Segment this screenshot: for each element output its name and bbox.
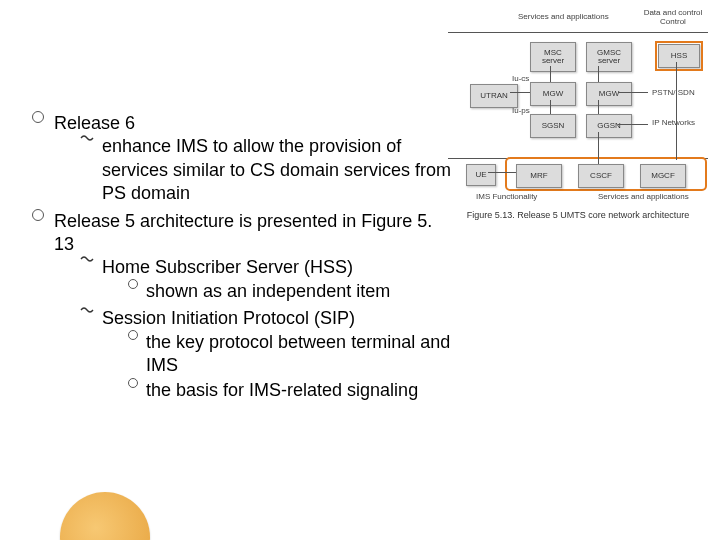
list-item: enhance IMS to allow the provision of se… — [80, 135, 452, 205]
wave-bullet-icon — [80, 133, 94, 141]
text: the basis for IMS-related signaling — [146, 380, 418, 400]
figure-box-mrf: MRF — [516, 164, 562, 188]
text: Session Initiation Protocol (SIP) — [102, 308, 355, 328]
small-circle-bullet-icon — [128, 330, 138, 340]
list-item: the basis for IMS-related signaling — [128, 379, 452, 402]
figure-box-msc: MSC server — [530, 42, 576, 72]
list-item: the key protocol between terminal and IM… — [128, 331, 452, 378]
small-circle-bullet-icon — [128, 378, 138, 388]
figure-label: PSTN/ISDN — [652, 88, 695, 97]
figure-box-mgw: MGW — [530, 82, 576, 106]
figure-box-hss: HSS — [658, 44, 700, 68]
text: the key protocol between terminal and IM… — [146, 332, 450, 375]
figure-box-gmsc: GMSC server — [586, 42, 632, 72]
circle-bullet-icon — [32, 111, 44, 123]
decorative-circle-icon — [60, 492, 150, 540]
figure-box-cscf: CSCF — [578, 164, 624, 188]
figure-box-mgw: MGW — [586, 82, 632, 106]
figure-box-mgcf: MGCF — [640, 164, 686, 188]
figure-caption: Figure 5.13. Release 5 UMTS core network… — [448, 210, 708, 220]
text: shown as an independent item — [146, 281, 390, 301]
wave-bullet-icon — [80, 305, 94, 313]
figure-box-ggsn: GGSN — [586, 114, 632, 138]
list-item: Session Initiation Protocol (SIP) the ke… — [80, 307, 452, 405]
list-item: Release 5 architecture is presented in F… — [32, 210, 452, 407]
text: enhance IMS to allow the provision of se… — [102, 136, 451, 203]
list-item: Release 6 enhance IMS to allow the provi… — [32, 112, 452, 208]
figure-label: Data and control Control — [643, 8, 703, 26]
figure-box-utran: UTRAN — [470, 84, 518, 108]
figure-box-sgsn: SGSN — [530, 114, 576, 138]
wave-bullet-icon — [80, 254, 94, 262]
small-circle-bullet-icon — [128, 279, 138, 289]
text: Release 5 architecture is presented in F… — [54, 211, 432, 254]
figure-box-ue: UE — [466, 164, 496, 186]
circle-bullet-icon — [32, 209, 44, 221]
list-item: shown as an independent item — [128, 280, 452, 303]
architecture-figure: Services and applications Data and contr… — [448, 6, 708, 211]
text: Release 6 — [54, 113, 135, 133]
figure-label: Services and applications — [518, 12, 609, 21]
list-item: Home Subscriber Server (HSS) shown as an… — [80, 256, 452, 305]
text: Home Subscriber Server (HSS) — [102, 257, 353, 277]
figure-label: Iu-ps — [512, 106, 530, 115]
figure-label: Services and applications — [598, 192, 689, 201]
bullet-content: Release 6 enhance IMS to allow the provi… — [32, 112, 452, 409]
figure-label: IP Networks — [652, 118, 695, 127]
figure-label: Iu-cs — [512, 74, 529, 83]
figure-label: IMS Functionality — [476, 192, 537, 201]
